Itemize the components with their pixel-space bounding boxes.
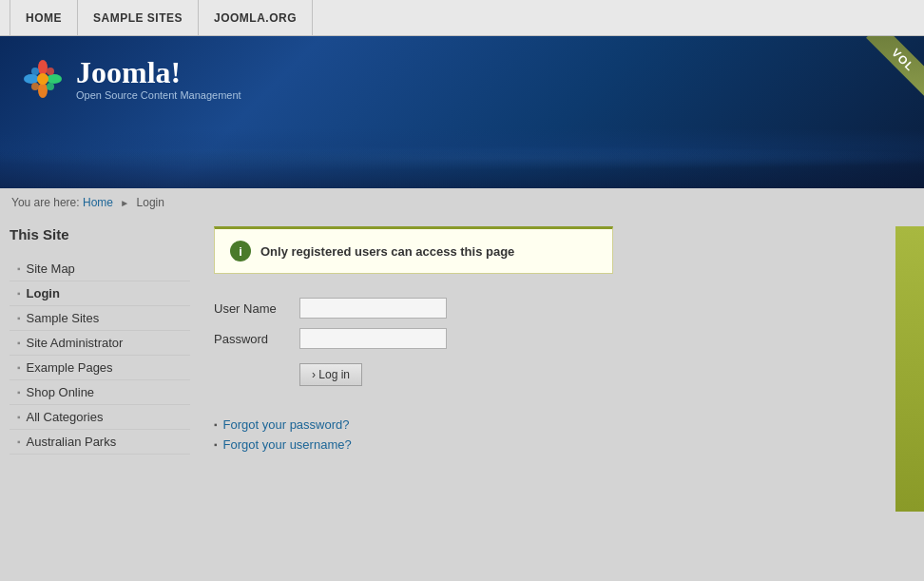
sidebar: This Site Site Map Login Sample Sites Si… bbox=[0, 226, 200, 512]
password-row: Password bbox=[214, 328, 881, 349]
svg-point-4 bbox=[37, 73, 48, 85]
svg-point-2 bbox=[38, 83, 48, 98]
forgot-password-item: Forgot your password? bbox=[214, 417, 881, 432]
header-banner: VOL Jooml bbox=[0, 36, 924, 188]
alert-box: i Only registered users can access this … bbox=[214, 226, 613, 274]
login-button-row: › Log in bbox=[214, 358, 881, 386]
content-area: i Only registered users can access this … bbox=[200, 226, 895, 512]
logo-name: Joomla! bbox=[76, 57, 241, 87]
svg-point-0 bbox=[38, 60, 48, 75]
username-input[interactable] bbox=[299, 298, 447, 319]
login-form: User Name Password › Log in bbox=[214, 293, 881, 400]
info-icon: i bbox=[230, 241, 251, 261]
nav-home[interactable]: HOME bbox=[10, 0, 78, 35]
svg-point-8 bbox=[31, 68, 39, 75]
sidebar-item-site-map[interactable]: Site Map bbox=[10, 257, 190, 281]
breadcrumb: You are here: Home ► Login bbox=[0, 188, 924, 217]
alert-message: Only registered users can access this pa… bbox=[260, 244, 514, 259]
right-decoration-bar bbox=[895, 226, 924, 512]
logo-text: Joomla! Open Source Content Management bbox=[76, 57, 241, 101]
forgot-password-link[interactable]: Forgot your password? bbox=[223, 417, 350, 432]
joomla-logo-icon bbox=[19, 55, 67, 103]
forgot-username-link[interactable]: Forgot your username? bbox=[223, 437, 352, 452]
sidebar-title: This Site bbox=[10, 226, 190, 247]
logo-area: Joomla! Open Source Content Management bbox=[19, 55, 241, 103]
sidebar-item-sample-sites[interactable]: Sample Sites bbox=[10, 306, 190, 331]
username-label: User Name bbox=[214, 301, 299, 316]
svg-point-7 bbox=[31, 83, 39, 90]
sidebar-item-shop-online[interactable]: Shop Online bbox=[10, 380, 190, 405]
sidebar-link-sample-sites[interactable]: Sample Sites bbox=[27, 311, 100, 325]
sidebar-link-shop-online[interactable]: Shop Online bbox=[27, 385, 95, 399]
corner-ribbon: VOL bbox=[829, 36, 924, 131]
password-input[interactable] bbox=[299, 328, 447, 349]
sidebar-link-site-map[interactable]: Site Map bbox=[27, 261, 75, 276]
top-navigation: HOME SAMPLE SITES JOOMLA.ORG bbox=[0, 0, 924, 36]
logo-tagline: Open Source Content Management bbox=[76, 89, 241, 101]
nav-sample-sites[interactable]: SAMPLE SITES bbox=[78, 0, 199, 35]
sidebar-link-example-pages[interactable]: Example Pages bbox=[27, 360, 113, 375]
nav-joomla-org[interactable]: JOOMLA.ORG bbox=[199, 0, 313, 35]
breadcrumb-home-link[interactable]: Home bbox=[83, 196, 113, 209]
sidebar-item-australian-parks[interactable]: Australian Parks bbox=[10, 430, 190, 455]
username-row: User Name bbox=[214, 298, 881, 319]
svg-point-6 bbox=[47, 83, 54, 90]
svg-point-1 bbox=[47, 74, 62, 84]
ribbon-text: VOL bbox=[866, 36, 924, 97]
forgot-username-item: Forgot your username? bbox=[214, 437, 881, 452]
sidebar-item-all-categories[interactable]: All Categories bbox=[10, 405, 190, 430]
sidebar-item-example-pages[interactable]: Example Pages bbox=[10, 356, 190, 380]
sidebar-link-site-admin[interactable]: Site Administrator bbox=[27, 336, 124, 350]
breadcrumb-current: Login bbox=[137, 196, 164, 209]
sidebar-link-all-categories[interactable]: All Categories bbox=[27, 410, 104, 424]
sidebar-item-site-admin[interactable]: Site Administrator bbox=[10, 331, 190, 356]
help-links: Forgot your password? Forgot your userna… bbox=[214, 417, 881, 452]
password-label: Password bbox=[214, 332, 299, 346]
svg-point-3 bbox=[24, 74, 39, 84]
sidebar-link-login[interactable]: Login bbox=[27, 286, 60, 300]
breadcrumb-prefix: You are here: bbox=[11, 196, 80, 209]
svg-point-5 bbox=[47, 68, 54, 75]
breadcrumb-separator: ► bbox=[120, 198, 129, 208]
login-button[interactable]: › Log in bbox=[299, 363, 362, 386]
main-content: This Site Site Map Login Sample Sites Si… bbox=[0, 217, 924, 521]
sidebar-link-australian-parks[interactable]: Australian Parks bbox=[27, 435, 117, 449]
sidebar-item-login[interactable]: Login bbox=[10, 281, 190, 306]
